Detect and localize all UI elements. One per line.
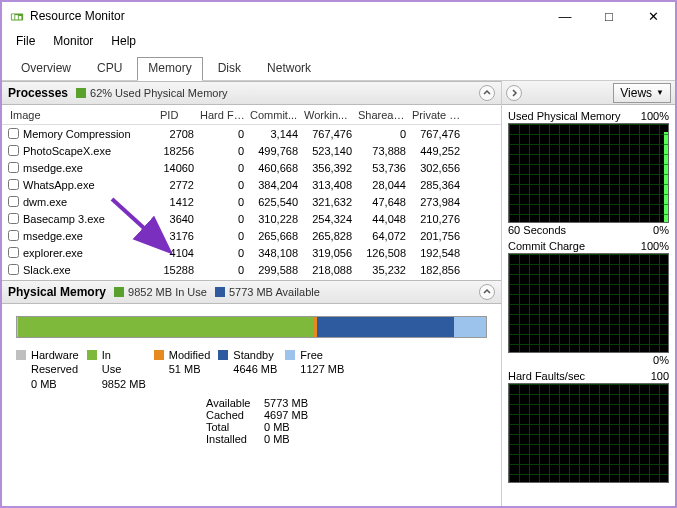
tabs: Overview CPU Memory Disk Network <box>2 52 675 81</box>
physical-memory-header: Physical Memory 9852 MB In Use 5773 MB A… <box>2 280 501 304</box>
table-row[interactable]: Basecamp 3.exe36400310,228254,32444,0482… <box>2 210 501 227</box>
memory-stat: Installed0 MB <box>206 433 487 445</box>
col-shareable[interactable]: Shareab... <box>356 107 410 123</box>
memory-segment <box>454 317 486 337</box>
menu-help[interactable]: Help <box>103 32 144 50</box>
table-row[interactable]: PhotoScapeX.exe182560499,768523,14073,88… <box>2 142 501 159</box>
caret-down-icon: ▼ <box>656 88 664 97</box>
legend-item: InUse9852 MB <box>87 348 146 391</box>
svg-rect-2 <box>15 15 18 19</box>
minimize-button[interactable]: — <box>543 2 587 30</box>
menubar: File Monitor Help <box>2 30 675 52</box>
table-row[interactable]: dwm.exe14120625,540321,63247,648273,984 <box>2 193 501 210</box>
svg-rect-3 <box>19 16 22 20</box>
col-working[interactable]: Workin... <box>302 107 356 123</box>
processes-stat: 62% Used Physical Memory <box>76 87 228 99</box>
graphs-panel: Used Physical Memory100%60 Seconds0%Comm… <box>502 105 675 487</box>
table-row[interactable]: msedge.exe31760265,668265,82864,072201,7… <box>2 227 501 244</box>
chevron-up-icon[interactable] <box>479 85 495 101</box>
memory-segment <box>317 317 454 337</box>
row-checkbox[interactable] <box>8 247 19 258</box>
row-checkbox[interactable] <box>8 230 19 241</box>
memory-bar: HardwareReserved0 MBInUse9852 MBModified… <box>2 304 501 449</box>
table-header: Image PID Hard Fa... Commit... Workin...… <box>2 105 501 125</box>
menu-file[interactable]: File <box>8 32 43 50</box>
graph: Used Physical Memory100%60 Seconds0% <box>508 109 669 237</box>
tab-cpu[interactable]: CPU <box>86 57 133 81</box>
close-button[interactable]: ✕ <box>631 2 675 30</box>
row-checkbox[interactable] <box>8 145 19 156</box>
table-row[interactable]: WhatsApp.exe27720384,204313,40828,044285… <box>2 176 501 193</box>
stat-swatch <box>215 287 225 297</box>
table-row[interactable]: Memory Compression270803,144767,4760767,… <box>2 125 501 142</box>
graph: Hard Faults/sec100 <box>508 369 669 483</box>
memory-stat: Cached4697 MB <box>206 409 487 421</box>
svg-rect-1 <box>12 14 15 19</box>
row-checkbox[interactable] <box>8 213 19 224</box>
memory-segment <box>18 317 313 337</box>
row-checkbox[interactable] <box>8 196 19 207</box>
col-pid[interactable]: PID <box>158 107 198 123</box>
row-checkbox[interactable] <box>8 264 19 275</box>
tab-overview[interactable]: Overview <box>10 57 82 81</box>
process-table: Image PID Hard Fa... Commit... Workin...… <box>2 105 501 280</box>
processes-header: Processes 62% Used Physical Memory <box>2 81 501 105</box>
stat-swatch <box>114 287 124 297</box>
app-icon <box>10 9 24 23</box>
row-checkbox[interactable] <box>8 162 19 173</box>
legend-item: Free1127 MB <box>285 348 344 391</box>
physical-memory-title: Physical Memory <box>8 285 106 299</box>
memory-stat: Available5773 MB <box>206 397 487 409</box>
legend-item: Standby4646 MB <box>218 348 277 391</box>
table-body[interactable]: Memory Compression270803,144767,4760767,… <box>2 125 501 280</box>
chevron-right-icon[interactable] <box>506 85 522 101</box>
tab-network[interactable]: Network <box>256 57 322 81</box>
tab-memory[interactable]: Memory <box>137 57 202 81</box>
views-button[interactable]: Views ▼ <box>613 83 671 103</box>
window-title: Resource Monitor <box>30 9 125 23</box>
col-image[interactable]: Image <box>8 107 158 123</box>
legend-item: HardwareReserved0 MB <box>16 348 79 391</box>
col-hardfaults[interactable]: Hard Fa... <box>198 107 248 123</box>
stat-swatch <box>76 88 86 98</box>
row-checkbox[interactable] <box>8 128 19 139</box>
right-header: Views ▼ <box>502 81 675 105</box>
tab-disk[interactable]: Disk <box>207 57 252 81</box>
titlebar: Resource Monitor — □ ✕ <box>2 2 675 30</box>
col-private[interactable]: Private (... <box>410 107 464 123</box>
chevron-up-icon[interactable] <box>479 284 495 300</box>
row-checkbox[interactable] <box>8 179 19 190</box>
table-row[interactable]: msedge.exe140600460,668356,39253,736302,… <box>2 159 501 176</box>
menu-monitor[interactable]: Monitor <box>45 32 101 50</box>
maximize-button[interactable]: □ <box>587 2 631 30</box>
table-row[interactable]: Slack.exe152880299,588218,08835,232182,8… <box>2 261 501 278</box>
legend-item: Modified51 MB <box>154 348 211 391</box>
processes-title: Processes <box>8 86 68 100</box>
graph: Commit Charge100%0% <box>508 239 669 367</box>
memory-stat: Total0 MB <box>206 421 487 433</box>
col-commit[interactable]: Commit... <box>248 107 302 123</box>
table-row[interactable]: explorer.exe41040348,108319,056126,50819… <box>2 244 501 261</box>
